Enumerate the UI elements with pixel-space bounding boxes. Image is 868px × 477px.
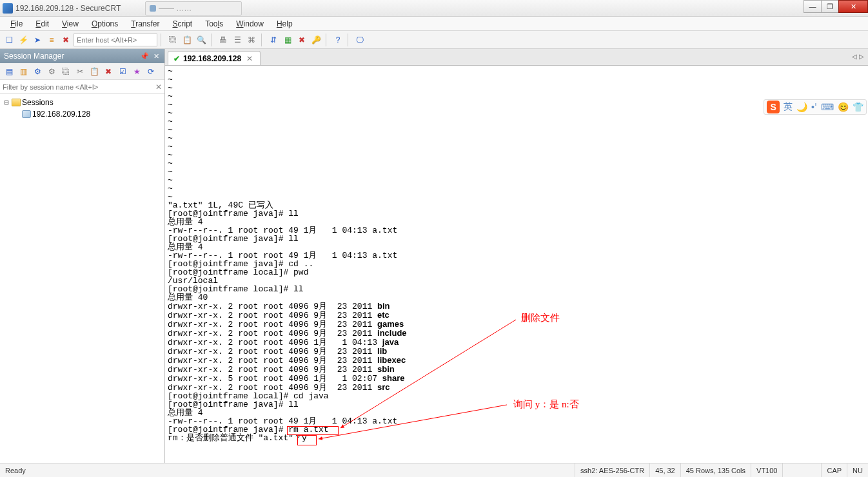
toolbar-options-icon[interactable]: ☰ xyxy=(231,34,244,46)
panel-close-icon[interactable]: ✕ xyxy=(152,52,161,61)
status-caps: CAP xyxy=(822,463,847,477)
maximize-button[interactable]: ❐ xyxy=(821,0,839,13)
toolbar-connect-icon[interactable]: ⚡ xyxy=(17,34,30,46)
sm-conn-icon[interactable]: ⚙ xyxy=(31,65,44,78)
session-filter-input[interactable] xyxy=(0,83,153,91)
sm-prop-icon[interactable]: ☑ xyxy=(116,65,129,78)
toolbar-key-icon[interactable]: 🔑 xyxy=(310,34,322,46)
main-toolbar: ❏ ⚡ ➤ ≡ ✖ ⿻ 📋 🔍 🖶 ☰ ⌘ ⇵ ▦ ✖ 🔑 ? 🖵 xyxy=(0,31,868,49)
tree-root[interactable]: ⊟ Sessions xyxy=(3,97,162,108)
toolbar-tools-icon[interactable]: ✖ xyxy=(295,34,308,46)
sm-folder-icon[interactable]: ▥ xyxy=(17,65,30,78)
app-icon xyxy=(3,3,13,14)
session-icon xyxy=(22,110,31,118)
ime-skin-icon[interactable]: 👕 xyxy=(853,102,863,112)
menu-script[interactable]: Script xyxy=(166,18,199,30)
session-manager-header: Session Manager 📌 ✕ xyxy=(0,49,164,63)
tab-label: 192.168.209.128 xyxy=(183,54,241,63)
toolbar-monitor-icon[interactable]: 🖵 xyxy=(353,34,366,46)
menu-tools[interactable]: Tools xyxy=(199,18,230,30)
status-ssh: ssh2: AES-256-CTR xyxy=(575,463,650,477)
title-bar: —— …… 192.168.209.128 - SecureCRT — ❐ ✕ xyxy=(0,0,868,17)
sm-gearnew-icon[interactable]: ⚙ xyxy=(45,65,58,78)
panel-pin-icon[interactable]: 📌 xyxy=(140,52,149,61)
terminal-tab[interactable]: ✔ 192.168.209.128 ✕ xyxy=(168,51,261,65)
status-term-type: VT100 xyxy=(751,463,783,477)
sm-new-icon[interactable]: ▤ xyxy=(3,65,15,78)
tab-strip: ✔ 192.168.209.128 ✕ ◁ ▷ xyxy=(165,49,868,66)
toolbar-sessions-icon[interactable]: ❏ xyxy=(3,34,15,46)
sm-fav-icon[interactable]: ★ xyxy=(130,65,143,78)
status-num: NU xyxy=(847,463,868,477)
status-bar: Ready ssh2: AES-256-CTR 45, 32 45 Rows, … xyxy=(0,463,868,477)
menu-help[interactable]: Help xyxy=(270,18,299,30)
session-manager-panel: Session Manager 📌 ✕ ▤ ▥ ⚙ ⚙ ⿻ ✂ 📋 ✖ ☑ ★ … xyxy=(0,49,165,463)
sm-copy-icon[interactable]: ⿻ xyxy=(59,65,72,78)
toolbar-paste-icon[interactable]: 📋 xyxy=(181,34,193,46)
session-filter-clear-icon[interactable]: ✕ xyxy=(153,83,164,92)
session-filter: ✕ xyxy=(0,80,164,94)
sm-paste-icon[interactable]: 📋 xyxy=(88,65,101,78)
ime-face-icon[interactable]: 😊 xyxy=(838,102,849,112)
host-input[interactable] xyxy=(74,34,157,46)
toolbar-quickconnect-icon[interactable]: ➤ xyxy=(31,34,44,46)
window-title: 192.168.209.128 - SecureCRT xyxy=(15,4,121,13)
toolbar-help-icon[interactable]: ? xyxy=(331,34,344,46)
status-ready: Ready xyxy=(0,463,575,477)
menu-window[interactable]: Window xyxy=(230,18,270,30)
sm-delete-icon[interactable]: ✖ xyxy=(102,65,115,78)
session-manager-toolbar: ▤ ▥ ⚙ ⚙ ⿻ ✂ 📋 ✖ ☑ ★ ⟳ xyxy=(0,63,164,80)
close-button[interactable]: ✕ xyxy=(838,0,868,13)
background-tab: —— …… xyxy=(145,1,242,15)
ime-lang[interactable]: 英 xyxy=(784,101,793,113)
tab-connected-icon: ✔ xyxy=(173,54,180,63)
menu-edit[interactable]: Edit xyxy=(29,18,55,30)
toolbar-properties-icon[interactable]: ⌘ xyxy=(245,34,258,46)
sm-cut-icon[interactable]: ✂ xyxy=(74,65,86,78)
minimize-button[interactable]: — xyxy=(804,0,822,13)
session-tree[interactable]: ⊟ Sessions 192.168.209.128 xyxy=(0,94,164,463)
toolbar-script-icon[interactable]: ▦ xyxy=(281,34,294,46)
toolbar-print-icon[interactable]: 🖶 xyxy=(217,34,230,46)
menu-bar: File Edit View Options Transfer Script T… xyxy=(0,17,868,31)
tree-root-label: Sessions xyxy=(22,98,54,107)
menu-file[interactable]: File xyxy=(4,18,29,30)
session-manager-title: Session Manager xyxy=(4,52,64,61)
menu-transfer[interactable]: Transfer xyxy=(124,18,166,30)
menu-options[interactable]: Options xyxy=(85,18,124,30)
ime-toolbar[interactable]: S 英 🌙 •ˈ ⌨ 😊 👕 xyxy=(764,99,867,115)
toolbar-xfer-icon[interactable]: ⇵ xyxy=(267,34,280,46)
menu-view[interactable]: View xyxy=(55,18,85,30)
tree-collapse-icon[interactable]: ⊟ xyxy=(3,98,10,107)
tree-session-item[interactable]: 192.168.209.128 xyxy=(3,108,162,120)
toolbar-copy-icon[interactable]: ⿻ xyxy=(166,34,179,46)
ime-keyboard-icon[interactable]: ⌨ xyxy=(821,102,834,112)
toolbar-disconnect-icon[interactable]: ✖ xyxy=(59,34,72,46)
toolbar-find-icon[interactable]: 🔍 xyxy=(195,34,208,46)
status-term-size: 45 Rows, 135 Cols xyxy=(681,463,751,477)
folder-icon xyxy=(12,99,21,106)
terminal[interactable]: ~ ~ ~ ~ ~ ~ ~ ~ ~ ~ ~ ~ ~ ~ ~ ~ "a.txt" … xyxy=(165,66,868,463)
tab-menu-icon[interactable]: ◁ ▷ xyxy=(852,53,864,60)
tree-session-label: 192.168.209.128 xyxy=(32,110,90,119)
ime-sogou-icon[interactable]: S xyxy=(767,101,780,113)
status-cursor-pos: 45, 32 xyxy=(650,463,681,477)
toolbar-connectbar-icon[interactable]: ≡ xyxy=(45,34,58,46)
content-area: ✔ 192.168.209.128 ✕ ◁ ▷ ~ ~ ~ ~ ~ ~ ~ ~ … xyxy=(165,49,868,463)
tab-close-icon[interactable]: ✕ xyxy=(244,54,255,63)
ime-punct-icon[interactable]: •ˈ xyxy=(811,102,817,112)
sm-refresh-icon[interactable]: ⟳ xyxy=(144,65,157,78)
ime-moon-icon[interactable]: 🌙 xyxy=(796,102,807,112)
